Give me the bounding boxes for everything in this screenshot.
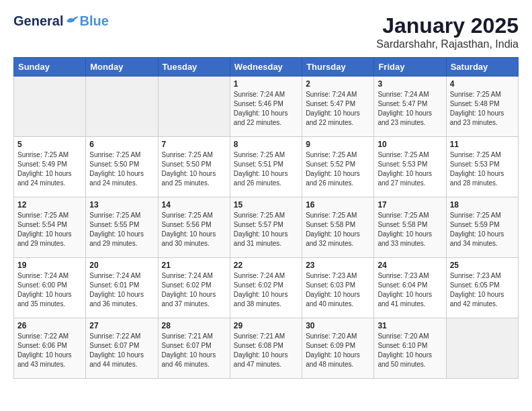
day-number: 7 (162, 140, 226, 149)
calendar-cell: 9Sunrise: 7:25 AM Sunset: 5:52 PM Daylig… (302, 137, 374, 197)
calendar-cell: 8Sunrise: 7:25 AM Sunset: 5:51 PM Daylig… (230, 137, 302, 197)
day-content: Sunrise: 7:24 AM Sunset: 6:00 PM Dayligh… (17, 271, 82, 309)
day-number: 19 (17, 261, 82, 270)
day-number: 24 (378, 261, 442, 270)
calendar-cell: 4Sunrise: 7:25 AM Sunset: 5:48 PM Daylig… (446, 77, 518, 137)
title-area: January 2025 Sardarshahr, Rajasthan, Ind… (376, 13, 519, 50)
day-number: 17 (378, 200, 442, 210)
calendar-header-tuesday: Tuesday (158, 58, 230, 77)
day-number: 11 (450, 140, 515, 149)
day-number: 2 (306, 79, 370, 89)
calendar-cell: 10Sunrise: 7:25 AM Sunset: 5:53 PM Dayli… (374, 137, 446, 197)
calendar-cell: 13Sunrise: 7:25 AM Sunset: 5:55 PM Dayli… (86, 197, 158, 258)
day-content: Sunrise: 7:25 AM Sunset: 5:54 PM Dayligh… (17, 211, 82, 248)
logo: General Blue (13, 13, 109, 29)
page-title: January 2025 (376, 13, 519, 38)
day-number: 31 (378, 321, 442, 330)
calendar-cell: 1Sunrise: 7:24 AM Sunset: 5:46 PM Daylig… (230, 77, 302, 137)
day-content: Sunrise: 7:25 AM Sunset: 5:51 PM Dayligh… (234, 150, 298, 188)
calendar-cell: 29Sunrise: 7:21 AM Sunset: 6:08 PM Dayli… (230, 318, 302, 379)
calendar-cell: 24Sunrise: 7:23 AM Sunset: 6:04 PM Dayli… (374, 258, 446, 318)
day-content: Sunrise: 7:24 AM Sunset: 6:02 PM Dayligh… (234, 271, 298, 309)
calendar-cell: 22Sunrise: 7:24 AM Sunset: 6:02 PM Dayli… (230, 258, 302, 318)
calendar-cell: 3Sunrise: 7:24 AM Sunset: 5:47 PM Daylig… (374, 77, 446, 137)
day-number: 25 (450, 261, 515, 270)
calendar-header-row: SundayMondayTuesdayWednesdayThursdayFrid… (14, 58, 519, 77)
day-content: Sunrise: 7:24 AM Sunset: 6:02 PM Dayligh… (162, 271, 226, 309)
calendar-header-saturday: Saturday (446, 58, 518, 77)
calendar-cell: 31Sunrise: 7:20 AM Sunset: 6:10 PM Dayli… (374, 318, 446, 379)
day-content: Sunrise: 7:21 AM Sunset: 6:07 PM Dayligh… (162, 332, 226, 369)
day-content: Sunrise: 7:22 AM Sunset: 6:07 PM Dayligh… (89, 332, 154, 369)
calendar-header-sunday: Sunday (14, 58, 86, 77)
day-number: 8 (234, 140, 298, 149)
logo-general: General (13, 13, 63, 29)
calendar-cell: 23Sunrise: 7:23 AM Sunset: 6:03 PM Dayli… (302, 258, 374, 318)
calendar-cell: 18Sunrise: 7:25 AM Sunset: 5:59 PM Dayli… (446, 197, 518, 258)
calendar-cell: 5Sunrise: 7:25 AM Sunset: 5:49 PM Daylig… (14, 137, 86, 197)
day-number: 23 (306, 261, 370, 270)
calendar-cell: 6Sunrise: 7:25 AM Sunset: 5:50 PM Daylig… (86, 137, 158, 197)
day-content: Sunrise: 7:25 AM Sunset: 5:58 PM Dayligh… (378, 211, 442, 248)
calendar-cell (158, 77, 230, 137)
day-content: Sunrise: 7:24 AM Sunset: 6:01 PM Dayligh… (89, 271, 154, 309)
calendar-cell: 17Sunrise: 7:25 AM Sunset: 5:58 PM Dayli… (374, 197, 446, 258)
day-number: 30 (306, 321, 370, 330)
calendar-cell: 27Sunrise: 7:22 AM Sunset: 6:07 PM Dayli… (86, 318, 158, 379)
day-number: 26 (17, 321, 82, 330)
day-content: Sunrise: 7:25 AM Sunset: 5:56 PM Dayligh… (162, 211, 226, 248)
calendar-cell: 16Sunrise: 7:25 AM Sunset: 5:58 PM Dayli… (302, 197, 374, 258)
page-subtitle: Sardarshahr, Rajasthan, India (376, 38, 519, 50)
day-content: Sunrise: 7:25 AM Sunset: 5:53 PM Dayligh… (378, 150, 442, 188)
logo-blue: Blue (79, 13, 108, 29)
header: General Blue January 2025 Sardarshahr, R… (13, 13, 519, 50)
calendar-cell: 21Sunrise: 7:24 AM Sunset: 6:02 PM Dayli… (158, 258, 230, 318)
calendar-cell (14, 77, 86, 137)
day-number: 14 (162, 200, 226, 210)
calendar-cell: 19Sunrise: 7:24 AM Sunset: 6:00 PM Dayli… (14, 258, 86, 318)
day-content: Sunrise: 7:21 AM Sunset: 6:08 PM Dayligh… (234, 332, 298, 369)
day-number: 20 (89, 261, 154, 270)
calendar-cell: 12Sunrise: 7:25 AM Sunset: 5:54 PM Dayli… (14, 197, 86, 258)
day-content: Sunrise: 7:24 AM Sunset: 5:46 PM Dayligh… (234, 90, 298, 128)
calendar-header-monday: Monday (86, 58, 158, 77)
calendar-header-wednesday: Wednesday (230, 58, 302, 77)
day-content: Sunrise: 7:25 AM Sunset: 5:48 PM Dayligh… (450, 90, 515, 128)
calendar-cell: 25Sunrise: 7:23 AM Sunset: 6:05 PM Dayli… (446, 258, 518, 318)
day-content: Sunrise: 7:25 AM Sunset: 5:59 PM Dayligh… (450, 211, 515, 248)
calendar-cell (86, 77, 158, 137)
day-content: Sunrise: 7:25 AM Sunset: 5:57 PM Dayligh… (234, 211, 298, 248)
calendar-cell: 11Sunrise: 7:25 AM Sunset: 5:53 PM Dayli… (446, 137, 518, 197)
calendar-cell: 14Sunrise: 7:25 AM Sunset: 5:56 PM Dayli… (158, 197, 230, 258)
day-content: Sunrise: 7:24 AM Sunset: 5:47 PM Dayligh… (306, 90, 370, 128)
day-content: Sunrise: 7:25 AM Sunset: 5:50 PM Dayligh… (89, 150, 154, 188)
day-content: Sunrise: 7:23 AM Sunset: 6:05 PM Dayligh… (450, 271, 515, 309)
calendar-table: SundayMondayTuesdayWednesdayThursdayFrid… (13, 57, 519, 379)
day-number: 18 (450, 200, 515, 210)
day-content: Sunrise: 7:20 AM Sunset: 6:09 PM Dayligh… (306, 332, 370, 369)
day-number: 16 (306, 200, 370, 210)
day-content: Sunrise: 7:25 AM Sunset: 5:52 PM Dayligh… (306, 150, 370, 188)
day-number: 22 (234, 261, 298, 270)
day-number: 29 (234, 321, 298, 330)
calendar-week-row: 1Sunrise: 7:24 AM Sunset: 5:46 PM Daylig… (14, 77, 519, 137)
day-number: 15 (234, 200, 298, 210)
day-number: 13 (89, 200, 154, 210)
day-number: 1 (234, 79, 298, 89)
day-content: Sunrise: 7:24 AM Sunset: 5:47 PM Dayligh… (378, 90, 442, 128)
calendar-week-row: 5Sunrise: 7:25 AM Sunset: 5:49 PM Daylig… (14, 137, 519, 197)
calendar-week-row: 12Sunrise: 7:25 AM Sunset: 5:54 PM Dayli… (14, 197, 519, 258)
day-content: Sunrise: 7:23 AM Sunset: 6:03 PM Dayligh… (306, 271, 370, 309)
calendar-cell: 2Sunrise: 7:24 AM Sunset: 5:47 PM Daylig… (302, 77, 374, 137)
day-number: 6 (89, 140, 154, 149)
day-content: Sunrise: 7:25 AM Sunset: 5:49 PM Dayligh… (17, 150, 82, 188)
calendar-header-friday: Friday (374, 58, 446, 77)
calendar-cell (446, 318, 518, 379)
calendar-cell: 28Sunrise: 7:21 AM Sunset: 6:07 PM Dayli… (158, 318, 230, 379)
calendar-cell: 26Sunrise: 7:22 AM Sunset: 6:06 PM Dayli… (14, 318, 86, 379)
day-number: 9 (306, 140, 370, 149)
day-number: 10 (378, 140, 442, 149)
day-content: Sunrise: 7:22 AM Sunset: 6:06 PM Dayligh… (17, 332, 82, 369)
calendar-cell: 7Sunrise: 7:25 AM Sunset: 5:50 PM Daylig… (158, 137, 230, 197)
day-number: 12 (17, 200, 82, 210)
